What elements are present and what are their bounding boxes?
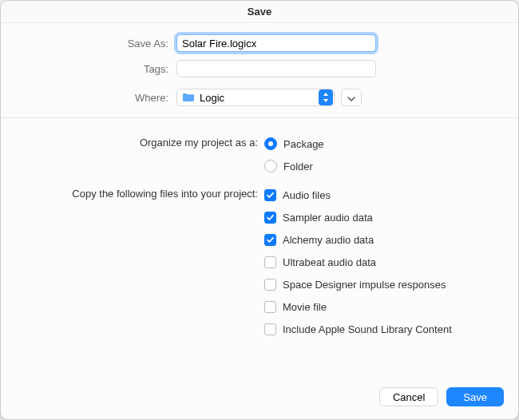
save-dialog: Save Save As: Tags: Where: Logic <box>0 0 519 420</box>
radio-package[interactable] <box>264 137 277 150</box>
where-popup[interactable]: Logic <box>176 89 335 106</box>
checkbox-movie[interactable] <box>264 301 276 313</box>
save-button-label: Save <box>463 391 487 403</box>
expand-browser-button[interactable] <box>341 89 362 106</box>
copy-option-label: Audio files <box>283 189 331 201</box>
chevron-down-icon <box>347 92 355 104</box>
tags-label: Tags: <box>17 63 176 75</box>
copy-option-ultrabeat[interactable]: Ultrabeat audio data <box>264 251 452 273</box>
checkbox-space-designer[interactable] <box>264 279 276 291</box>
window-title: Save <box>248 6 271 18</box>
copy-option-label: Ultrabeat audio data <box>283 256 376 268</box>
cancel-button[interactable]: Cancel <box>379 387 438 406</box>
copy-files-label: Copy the following files into your proje… <box>17 184 264 200</box>
organize-option-label: Folder <box>283 160 313 172</box>
copy-option-movie[interactable]: Movie file <box>264 295 452 318</box>
copy-option-audio[interactable]: Audio files <box>264 184 452 206</box>
save-as-input[interactable] <box>176 34 376 52</box>
cancel-button-label: Cancel <box>393 391 425 403</box>
options-section: Organize my project as a: PackageFolder … <box>1 118 518 376</box>
file-location-section: Save As: Tags: Where: Logic <box>1 23 518 118</box>
checkbox-asl[interactable] <box>264 323 276 335</box>
radio-folder[interactable] <box>264 160 277 172</box>
folder-icon <box>182 93 195 102</box>
organize-label: Organize my project as a: <box>17 133 264 149</box>
checkbox-alchemy[interactable] <box>264 234 276 246</box>
copy-files-checkbox-group: Audio filesSampler audio dataAlchemy aud… <box>264 184 452 340</box>
organize-radio-group: PackageFolder <box>264 133 324 177</box>
organize-option-folder[interactable]: Folder <box>264 155 324 177</box>
organize-option-package[interactable]: Package <box>264 133 324 155</box>
updown-arrows-icon <box>319 89 333 105</box>
copy-option-label: Space Designer impulse responses <box>283 279 446 291</box>
copy-option-asl[interactable]: Include Apple Sound Library Content <box>264 318 452 340</box>
copy-option-label: Include Apple Sound Library Content <box>283 323 452 335</box>
checkbox-ultrabeat[interactable] <box>264 256 276 268</box>
copy-option-label: Alchemy audio data <box>283 234 374 246</box>
dialog-footer: Cancel Save <box>1 376 518 419</box>
organize-option-label: Package <box>283 138 324 150</box>
copy-option-alchemy[interactable]: Alchemy audio data <box>264 228 452 251</box>
save-as-label: Save As: <box>17 38 176 50</box>
copy-option-label: Sampler audio data <box>283 212 373 224</box>
copy-option-label: Movie file <box>283 301 327 313</box>
save-button[interactable]: Save <box>446 387 504 406</box>
titlebar: Save <box>1 1 518 23</box>
where-label: Where: <box>17 92 176 104</box>
tags-input[interactable] <box>176 60 376 77</box>
copy-option-sampler[interactable]: Sampler audio data <box>264 206 452 228</box>
checkbox-sampler[interactable] <box>264 212 276 224</box>
where-selected: Logic <box>200 92 318 104</box>
checkbox-audio[interactable] <box>264 189 276 201</box>
copy-option-space-designer[interactable]: Space Designer impulse responses <box>264 273 452 295</box>
